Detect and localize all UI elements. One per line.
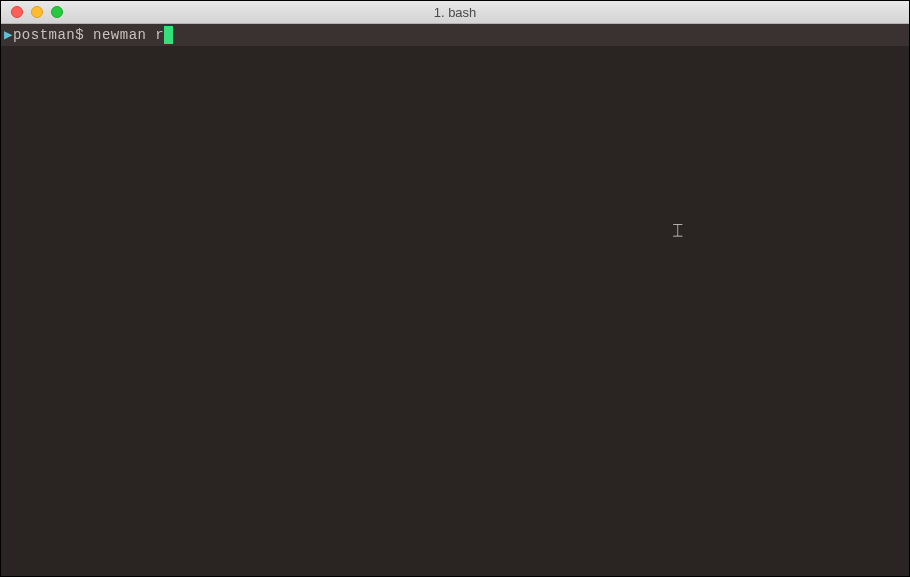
cursor-icon [164,26,173,44]
window-title: 1. bash [434,5,477,20]
command-input-text: newman r [84,25,164,45]
prompt-line: ▶postman$ newman r [1,24,909,46]
titlebar[interactable]: 1. bash [1,1,909,24]
prompt-label: postman$ [13,25,84,45]
maximize-button[interactable] [51,6,63,18]
text-cursor-icon: ⌶ [673,220,683,240]
minimize-button[interactable] [31,6,43,18]
traffic-lights [1,6,63,18]
terminal-window: 1. bash ▶postman$ newman r ⌶ [0,0,910,577]
prompt-arrow-icon: ▶ [4,25,13,45]
terminal-body[interactable]: ▶postman$ newman r ⌶ [1,24,909,576]
close-button[interactable] [11,6,23,18]
